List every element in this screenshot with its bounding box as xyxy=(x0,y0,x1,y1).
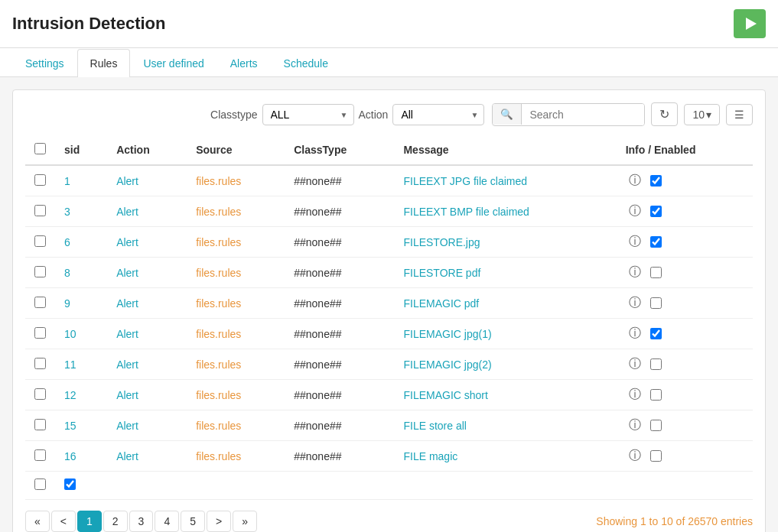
row-checkbox[interactable] xyxy=(34,358,46,369)
cell-action: Alert xyxy=(107,227,187,258)
cell-source: files.rules xyxy=(187,165,285,196)
page-btn-4[interactable]: 4 xyxy=(155,511,179,532)
row-checkbox-cell xyxy=(25,196,55,227)
info-button[interactable]: ⓘ xyxy=(626,264,644,281)
page-btn-»[interactable]: » xyxy=(233,511,257,532)
action-select[interactable]: All xyxy=(392,104,484,125)
cell-classtype: ##none## xyxy=(285,288,394,319)
enabled-checkbox[interactable] xyxy=(650,450,662,462)
enabled-checkbox[interactable] xyxy=(650,389,662,401)
per-page-button[interactable]: 10 ▾ xyxy=(684,104,720,125)
th-action: Action xyxy=(107,135,187,165)
enabled-checkbox[interactable] xyxy=(650,175,662,187)
classtype-label: Classtype xyxy=(210,109,257,121)
columns-button[interactable]: ☰ xyxy=(726,104,753,125)
row-checkbox[interactable] xyxy=(34,235,46,247)
info-button[interactable]: ⓘ xyxy=(626,203,644,219)
enabled-checkbox[interactable] xyxy=(650,236,662,248)
table-row: 3 Alert files.rules ##none## FILEEXT BMP… xyxy=(25,196,753,227)
row-checkbox-cell xyxy=(25,288,55,319)
th-classtype: ClassType xyxy=(285,135,394,165)
tab-settings[interactable]: Settings xyxy=(12,49,77,77)
row-checkbox[interactable] xyxy=(34,419,46,430)
cell-classtype: ##none## xyxy=(285,441,394,472)
enabled-checkbox[interactable] xyxy=(650,420,662,431)
row-checkbox[interactable] xyxy=(34,174,46,186)
footer-checkbox-right[interactable] xyxy=(64,478,76,490)
row-checkbox-cell xyxy=(25,441,55,472)
page-btn-<[interactable]: < xyxy=(51,511,76,532)
page-btn-1[interactable]: 1 xyxy=(77,511,102,532)
row-checkbox[interactable] xyxy=(34,449,46,461)
table-row: 11 Alert files.rules ##none## FILEMAGIC … xyxy=(25,349,753,380)
info-button[interactable]: ⓘ xyxy=(626,326,644,342)
info-button[interactable]: ⓘ xyxy=(626,448,644,464)
cell-info-enabled: ⓘ xyxy=(617,258,753,288)
th-info-enabled: Info / Enabled xyxy=(617,135,753,165)
cell-source: files.rules xyxy=(187,441,285,472)
cell-classtype: ##none## xyxy=(285,349,394,380)
play-button[interactable] xyxy=(734,9,766,38)
tab-alerts[interactable]: Alerts xyxy=(217,49,271,77)
th-sid: sid xyxy=(55,135,107,165)
page-btn-5[interactable]: 5 xyxy=(181,511,205,532)
cell-action: Alert xyxy=(107,349,187,380)
pagination-bar: «<12345>» Showing 1 to 10 of 26570 entri… xyxy=(25,511,753,532)
info-enabled-group: ⓘ xyxy=(626,295,744,311)
footer-empty xyxy=(107,472,753,500)
refresh-button[interactable]: ↻ xyxy=(651,102,678,126)
tab-user-defined[interactable]: User defined xyxy=(130,49,216,77)
table-row: 12 Alert files.rules ##none## FILEMAGIC … xyxy=(25,380,753,410)
enabled-checkbox[interactable] xyxy=(650,297,662,309)
info-button[interactable]: ⓘ xyxy=(626,234,644,250)
search-box: 🔍 xyxy=(492,103,645,126)
row-checkbox[interactable] xyxy=(34,266,46,277)
cell-message: FILE store all xyxy=(394,410,616,441)
cell-info-enabled: ⓘ xyxy=(617,349,753,380)
select-all-checkbox[interactable] xyxy=(34,143,46,154)
cell-classtype: ##none## xyxy=(285,380,394,410)
table-row: 15 Alert files.rules ##none## FILE store… xyxy=(25,410,753,441)
footer-checkbox-left[interactable] xyxy=(34,478,46,490)
info-button[interactable]: ⓘ xyxy=(626,295,644,311)
row-checkbox[interactable] xyxy=(34,205,46,216)
row-checkbox[interactable] xyxy=(34,297,46,308)
main-content: Classtype ALL Action All 🔍 ↻ 10 ▾ xyxy=(12,89,766,532)
page-btn->[interactable]: > xyxy=(207,511,231,532)
cell-action: Alert xyxy=(107,196,187,227)
info-button[interactable]: ⓘ xyxy=(626,417,644,433)
th-message: Message xyxy=(394,135,616,165)
th-select-all xyxy=(25,135,55,165)
page-btn-«[interactable]: « xyxy=(25,511,50,532)
classtype-select[interactable]: ALL xyxy=(262,104,354,125)
cell-source: files.rules xyxy=(187,410,285,441)
cell-source: files.rules xyxy=(187,227,285,258)
search-icon-button[interactable]: 🔍 xyxy=(493,104,522,125)
cell-message: FILEMAGIC jpg(2) xyxy=(394,349,616,380)
info-enabled-group: ⓘ xyxy=(626,326,744,342)
search-group: 🔍 ↻ 10 ▾ ☰ xyxy=(492,102,753,126)
cell-info-enabled: ⓘ xyxy=(617,410,753,441)
enabled-checkbox[interactable] xyxy=(650,358,662,370)
cell-info-enabled: ⓘ xyxy=(617,196,753,227)
enabled-checkbox[interactable] xyxy=(650,267,662,278)
footer-check-cell xyxy=(55,472,107,500)
info-enabled-group: ⓘ xyxy=(626,234,744,250)
enabled-checkbox[interactable] xyxy=(650,206,662,217)
tab-schedule[interactable]: Schedule xyxy=(271,49,341,77)
search-input[interactable] xyxy=(522,104,644,125)
info-button[interactable]: ⓘ xyxy=(626,173,644,189)
tab-rules[interactable]: Rules xyxy=(77,49,131,77)
info-button[interactable]: ⓘ xyxy=(626,387,644,403)
cell-action: Alert xyxy=(107,288,187,319)
row-checkbox-cell xyxy=(25,319,55,349)
enabled-checkbox[interactable] xyxy=(650,328,662,339)
row-checkbox[interactable] xyxy=(34,327,46,339)
cell-info-enabled: ⓘ xyxy=(617,227,753,258)
page-btn-2[interactable]: 2 xyxy=(103,511,128,532)
info-button[interactable]: ⓘ xyxy=(626,356,644,372)
page-btn-3[interactable]: 3 xyxy=(129,511,154,532)
info-enabled-group: ⓘ xyxy=(626,387,744,403)
cell-source: files.rules xyxy=(187,319,285,349)
row-checkbox[interactable] xyxy=(34,388,46,400)
